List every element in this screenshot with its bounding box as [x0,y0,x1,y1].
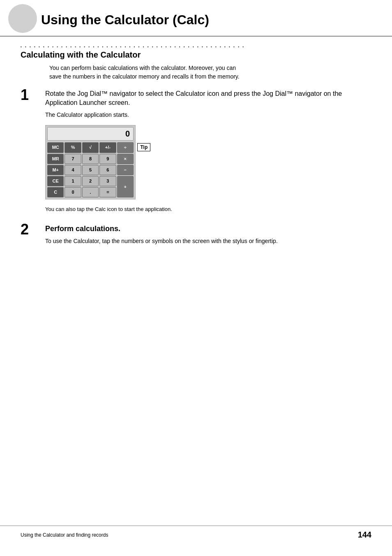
btn-4[interactable]: 4 [65,165,81,175]
header-circle-decoration [8,4,37,33]
btn-divide[interactable]: ÷ [117,142,134,153]
btn-9[interactable]: 9 [99,154,116,164]
btn-8[interactable]: 8 [82,154,99,164]
btn-dot[interactable]: . [82,187,99,197]
section-title: Calculating with the Calculator [21,50,371,60]
btn-multiply[interactable]: × [117,154,134,164]
btn-c[interactable]: C [47,187,64,197]
btn-1[interactable]: 1 [65,176,81,186]
page-header: Using the Calculator (Calc) [0,0,392,37]
btn-sqrt[interactable]: √ [82,142,99,153]
btn-equals[interactable]: = [99,187,116,197]
btn-plus[interactable]: + [117,176,134,197]
dots-decoration: • • • • • • • • • • • • • • • • • • • • … [21,45,371,49]
step-2-number: 2 [21,222,45,237]
calc-grid: MC % √ +/- ÷ MR 7 8 9 × M+ 4 5 6 − [47,142,134,197]
step-2-sub: To use the Calculator, tap the numbers o… [45,237,371,246]
calculator-image: 0 MC % √ +/- ÷ MR 7 8 9 × M+ 4 [45,125,136,199]
step-1-number: 1 [21,88,45,102]
footer-page-number: 144 [358,530,371,540]
btn-7[interactable]: 7 [65,154,81,164]
calc-display: 0 [47,127,134,141]
step-2-title: Perform calculations. [45,224,371,234]
btn-2[interactable]: 2 [82,176,99,186]
btn-0[interactable]: 0 [65,187,81,197]
footer-left: Using the Calculator and finding records [21,532,108,538]
page-title: Using the Calculator (Calc) [41,12,376,28]
step-1-sub: The Calculator application starts. [45,111,371,119]
btn-6[interactable]: 6 [99,165,116,175]
step-1-title: Rotate the Jog Dial™ navigator to select… [45,89,371,108]
btn-3[interactable]: 3 [99,176,116,186]
btn-plusminus[interactable]: +/- [99,142,116,153]
page-footer: Using the Calculator and finding records… [0,526,392,544]
intro-text: You can perform basic calculations with … [49,64,371,81]
step-2: 2 Perform calculations. To use the Calcu… [21,224,371,246]
section-header: • • • • • • • • • • • • • • • • • • • • … [21,45,371,60]
step-2-content: Perform calculations. To use the Calcula… [45,224,371,246]
step-1-content: Rotate the Jog Dial™ navigator to select… [45,89,371,213]
btn-mc[interactable]: MC [47,142,64,153]
step-1: 1 Rotate the Jog Dial™ navigator to sele… [21,89,371,213]
tip-text: You can also tap the Calc icon to start … [45,206,371,213]
btn-percent[interactable]: % [65,142,81,153]
btn-minus[interactable]: − [117,165,134,175]
btn-mplus[interactable]: M+ [47,165,64,175]
main-content: • • • • • • • • • • • • • • • • • • • • … [0,45,392,245]
btn-5[interactable]: 5 [82,165,99,175]
tip-label: Tip [137,143,150,151]
btn-mr[interactable]: MR [47,154,64,164]
btn-ce[interactable]: CE [47,176,64,186]
